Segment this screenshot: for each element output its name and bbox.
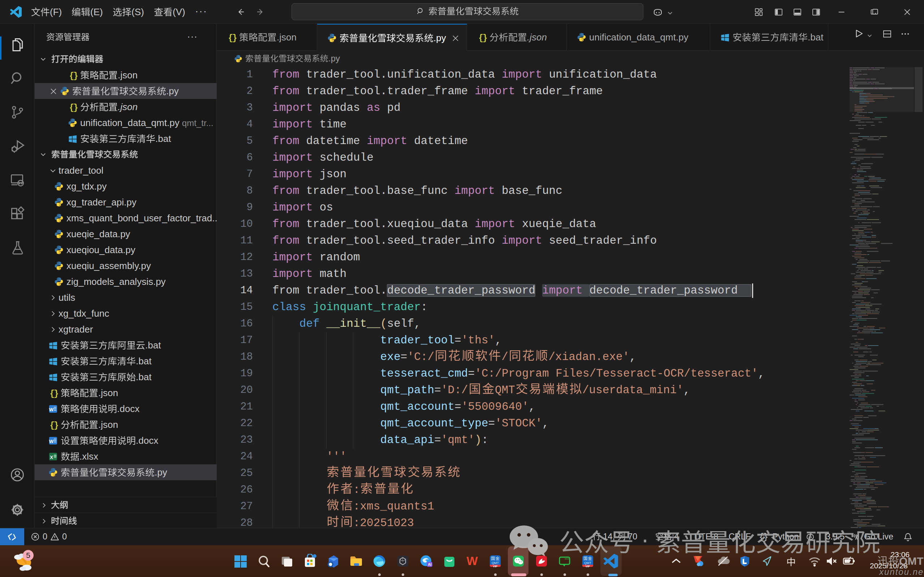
svg-text:5: 5 [26,551,31,559]
svg-text:VIP: VIP [585,565,590,568]
svg-text:VIP: VIP [493,565,498,568]
svg-text:QMT: QMT [492,561,499,565]
svg-text:QMT: QMT [584,561,591,565]
svg-text:W: W [466,554,478,567]
svg-text:AI: AI [428,562,432,567]
